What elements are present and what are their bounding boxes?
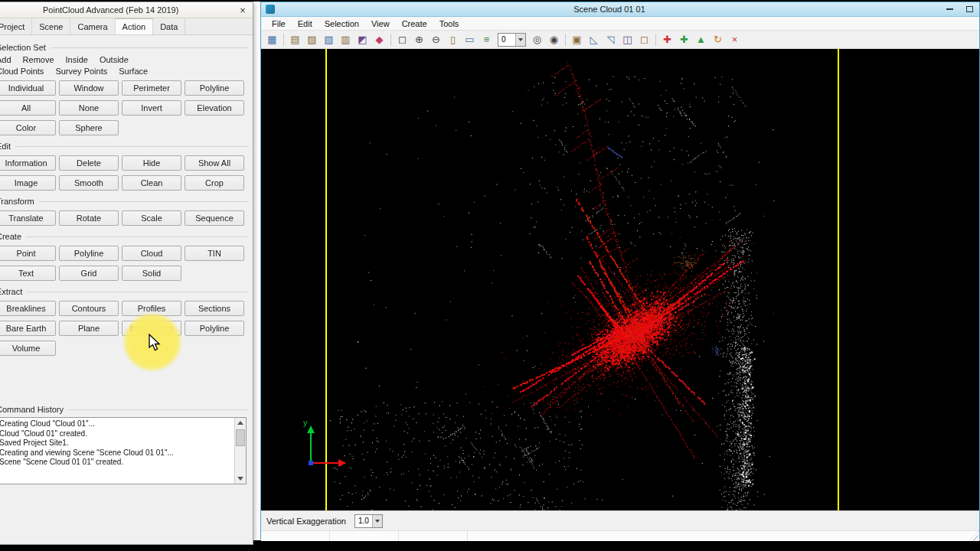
none-button[interactable]: None	[59, 100, 119, 116]
color-button[interactable]: Color	[0, 120, 56, 135]
smooth-button[interactable]: Smooth	[59, 175, 119, 191]
display-settings-icon[interactable]: ▤	[287, 32, 303, 47]
minimize-button[interactable]	[939, 3, 959, 16]
grid-view-icon[interactable]: ◻	[636, 32, 652, 47]
tab-data[interactable]: Data	[153, 18, 185, 34]
breaklines-button[interactable]: Breaklines	[0, 301, 56, 316]
zoom-out-icon[interactable]: ⊖	[428, 32, 444, 47]
point-cloud-canvas[interactable]	[261, 49, 979, 510]
resize-grip[interactable]	[969, 531, 978, 540]
information-button[interactable]: Information	[0, 155, 56, 171]
cloud-display-icon[interactable]: ▧	[321, 32, 337, 47]
add-point-icon[interactable]: ✚	[659, 32, 675, 47]
elevation-button[interactable]: Elevation	[185, 100, 244, 116]
hide-button[interactable]: Hide	[122, 155, 181, 171]
polyline-button[interactable]: Polyline	[185, 80, 244, 96]
menu-tools[interactable]: Tools	[433, 19, 466, 28]
tin-button[interactable]: TIN	[185, 246, 244, 261]
layers-icon[interactable]: ≡	[479, 32, 495, 47]
chevron-down-icon[interactable]	[372, 515, 382, 527]
radio-survey-points[interactable]: Survey Points	[55, 67, 107, 76]
window-button[interactable]: Window	[59, 80, 119, 96]
perimeter-button[interactable]: Perimeter	[122, 80, 181, 96]
menu-create[interactable]: Create	[396, 19, 433, 28]
cloud-button[interactable]: Cloud	[122, 246, 181, 261]
close-icon[interactable]: ×	[233, 3, 253, 18]
menu-edit[interactable]: Edit	[292, 19, 318, 28]
vertical-exaggeration-select[interactable]: 1.0	[354, 514, 383, 528]
rotate-button[interactable]: Rotate	[59, 210, 119, 226]
zoom-extents-icon[interactable]: ◎	[529, 32, 545, 47]
scrollbar-thumb[interactable]	[236, 429, 245, 446]
solid-button[interactable]: Solid	[122, 266, 181, 281]
zoom-in-icon[interactable]: ⊕	[411, 32, 427, 47]
radio-remove[interactable]: Remove	[23, 55, 54, 64]
zoom-window-icon[interactable]: ◻	[394, 32, 410, 47]
views-layout-icon[interactable]: ▦	[264, 32, 280, 47]
zoom-selected-icon[interactable]: ◉	[546, 32, 562, 47]
scene-display-icon[interactable]: ▥	[338, 32, 354, 47]
point-display-icon[interactable]: ▨	[304, 32, 320, 47]
chart-view-icon[interactable]: ◹	[603, 32, 619, 47]
tab-project[interactable]: Project	[0, 18, 32, 34]
add-cloud-icon[interactable]: ✚	[676, 32, 692, 47]
delete-selection-icon[interactable]: ×	[727, 32, 743, 47]
image-capture-icon[interactable]: ▣	[569, 32, 585, 47]
history-scrollbar[interactable]	[234, 418, 246, 484]
radio-add[interactable]: Add	[0, 55, 11, 64]
viewport[interactable]: y	[261, 49, 979, 510]
scroll-down-icon[interactable]	[237, 477, 243, 481]
translate-button[interactable]: Translate	[0, 210, 56, 226]
sphere-button[interactable]: Sphere	[59, 120, 119, 135]
pick-point-icon[interactable]: ▲	[693, 32, 709, 47]
command-history-box[interactable]: Creating Cloud "Cloud 01"...Cloud "Cloud…	[0, 417, 247, 484]
tab-action[interactable]: Action	[116, 18, 154, 34]
radio-inside[interactable]: Inside	[66, 55, 88, 64]
bare-earth-button[interactable]: Bare Earth	[0, 321, 56, 336]
sections-button[interactable]: Sections	[185, 301, 244, 316]
text-button[interactable]: Text	[0, 266, 56, 281]
invert-button[interactable]: Invert	[122, 100, 181, 116]
left-titlebar[interactable]: PointCloud Advanced (Feb 14 2019) ×	[0, 2, 253, 18]
polyline-button[interactable]: Polyline	[59, 246, 119, 261]
group-selection-set: Selection Set Add Remove Inside Outside …	[0, 43, 248, 135]
menu-file[interactable]: File	[266, 19, 292, 28]
image-button[interactable]: Image	[0, 175, 56, 191]
tab-camera[interactable]: Camera	[70, 18, 115, 34]
grid-button[interactable]: Grid	[59, 266, 119, 281]
scroll-up-icon[interactable]	[237, 421, 243, 425]
section-view-icon[interactable]: ◫	[619, 32, 635, 47]
clear-view-icon[interactable]: ◆	[371, 32, 387, 47]
measure-icon[interactable]: ▭	[462, 32, 478, 47]
radio-surface[interactable]: Surface	[119, 67, 148, 76]
radio-cloud-points[interactable]: Cloud Points	[0, 67, 44, 76]
scale-button[interactable]: Scale	[122, 210, 181, 226]
menu-view[interactable]: View	[365, 19, 396, 28]
chevron-down-icon[interactable]	[515, 34, 525, 46]
radio-outside[interactable]: Outside	[100, 55, 129, 64]
delete-button[interactable]: Delete	[59, 155, 119, 171]
right-titlebar[interactable]: Scene Cloud 01 01	[261, 2, 979, 17]
clean-button[interactable]: Clean	[122, 175, 181, 191]
crop-button[interactable]: Crop	[185, 175, 244, 191]
polyline-button[interactable]: Polyline	[185, 321, 244, 336]
rotate-view-icon[interactable]: ↻	[710, 32, 726, 47]
render-mode-icon[interactable]: ◩	[354, 32, 371, 47]
sequence-button[interactable]: Sequence	[185, 210, 244, 226]
profile-view-icon[interactable]: ◺	[586, 32, 602, 47]
point-button[interactable]: Point	[0, 246, 56, 261]
contours-button[interactable]: Contours	[59, 301, 119, 316]
plane-button[interactable]: Plane	[59, 321, 119, 336]
maximize-button[interactable]	[959, 3, 979, 16]
volume-button[interactable]: Volume	[0, 341, 56, 356]
display-scale-select[interactable]: 0	[498, 33, 526, 47]
page-view-icon[interactable]: ▯	[445, 32, 461, 47]
individual-button[interactable]: Individual	[0, 80, 56, 96]
intersection-button[interactable]: Intersection	[122, 321, 181, 336]
profiles-button[interactable]: Profiles	[122, 301, 181, 316]
all-button[interactable]: All	[0, 100, 56, 116]
show-all-button[interactable]: Show All	[185, 155, 244, 171]
tab-scene[interactable]: Scene	[32, 18, 70, 34]
vertical-exaggeration-bar: Vertical Exaggeration 1.0	[261, 510, 979, 530]
menu-selection[interactable]: Selection	[318, 19, 365, 28]
